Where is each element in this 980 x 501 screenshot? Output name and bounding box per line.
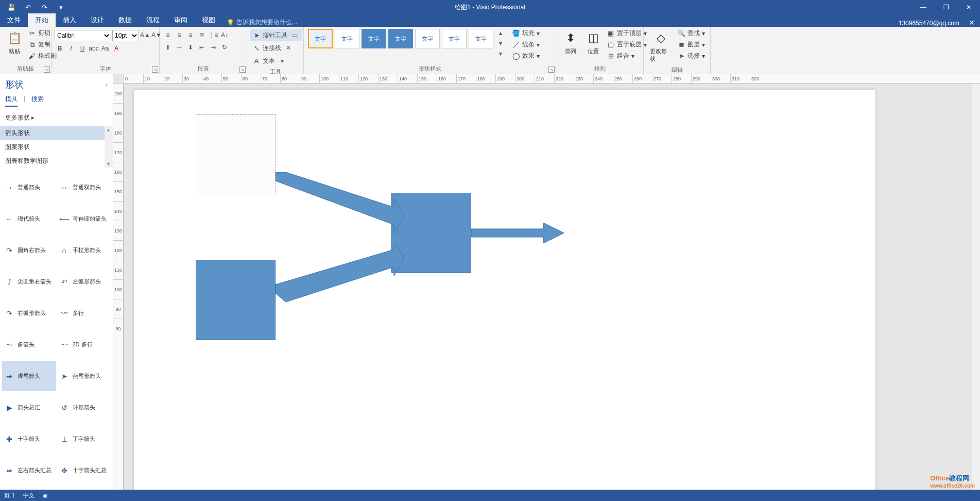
align-right-button[interactable]: ≡ (185, 30, 196, 40)
tab-view[interactable]: 视图 (195, 13, 222, 27)
grow-font-button[interactable]: A▲ (140, 30, 150, 40)
shape-item[interactable]: ←现代箭头 (2, 204, 56, 234)
record-macro-button[interactable]: ◉ (43, 492, 48, 499)
bullets-button[interactable]: ⋮≡ (208, 30, 218, 40)
indent-decrease-button[interactable]: ⇤ (197, 42, 207, 53)
tab-design[interactable]: 设计 (83, 13, 111, 27)
fill-button[interactable]: 🪣填充▾ (510, 28, 542, 39)
shape-item[interactable]: ⟵可伸缩的箭头 (57, 204, 111, 234)
drawing-page[interactable] (134, 90, 875, 490)
qat-more-button[interactable]: ▾ (54, 1, 68, 13)
position-button[interactable]: ◫位置 (582, 28, 605, 57)
text-tool-button[interactable]: A文本▾ (250, 55, 289, 67)
tab-process[interactable]: 流程 (139, 13, 167, 27)
arrow-shape-1[interactable] (276, 172, 404, 234)
rotate-text-button[interactable]: ↻ (219, 42, 230, 53)
search-tab[interactable]: 搜索 (31, 95, 44, 107)
shape-item[interactable]: ↷圆角右箭头 (2, 235, 56, 265)
font-name-select[interactable]: Calibri (55, 30, 111, 41)
clipboard-launcher[interactable]: ↘ (44, 66, 50, 73)
restore-button[interactable]: ❐ (935, 0, 957, 14)
shape-item-selected[interactable]: ➡虚尾箭头 (2, 361, 56, 391)
shape-item[interactable]: ⤳多箭头 (2, 329, 56, 360)
align-middle-button[interactable]: ↔ (174, 42, 184, 53)
font-size-select[interactable]: 10pt (112, 30, 139, 41)
align-center-button[interactable]: ≡ (174, 30, 184, 40)
collapse-panel-button[interactable]: ‹ (106, 81, 108, 88)
font-color-button[interactable]: A (111, 43, 122, 54)
font-launcher[interactable]: ↘ (152, 66, 158, 73)
stencil-tab[interactable]: 模具 (5, 95, 18, 107)
style-option-1[interactable]: 文字 (308, 29, 333, 48)
layers-button[interactable]: ≣图层▾ (675, 39, 707, 50)
align-top-button[interactable]: ⬆ (163, 42, 173, 53)
shape-item[interactable]: ↷右弧形箭头 (2, 298, 56, 328)
account-label[interactable]: 1309655470@qq.com (899, 20, 980, 27)
bring-front-button[interactable]: ▣置于顶层▾ (605, 28, 649, 39)
paragraph-launcher[interactable]: ↘ (239, 66, 246, 73)
shape-item[interactable]: ↶左弧形箭头 (57, 266, 111, 297)
pointer-tool-button[interactable]: ➤指针工具▭ (250, 29, 302, 41)
ribbon-close-button[interactable]: ✕ (969, 19, 975, 27)
more-shapes-button[interactable]: 更多形状 ▸ (0, 109, 113, 126)
tell-me-search[interactable]: 💡告诉我您想要做什么... (227, 18, 297, 27)
strike-button[interactable]: abc (89, 43, 99, 54)
gallery-more-button[interactable]: ▾ (495, 48, 506, 59)
shape-item[interactable]: ✚十字箭头 (2, 424, 56, 454)
justify-button[interactable]: ≣ (197, 30, 207, 40)
style-gallery[interactable]: 文字 文字 文字 文字 文字 文字 文字 ▴ ▾ ▾ (307, 28, 506, 59)
rectangle-tool-button[interactable]: ▭ (289, 30, 300, 40)
shape-item[interactable]: 〰多行 (57, 298, 111, 328)
connection-point-button[interactable]: ✕ (283, 43, 294, 53)
shape-item[interactable]: 〰2D 多行 (57, 329, 111, 360)
shape-item[interactable]: ➤燕尾形箭头 (57, 361, 111, 391)
change-shape-button[interactable]: ◇更改形状 (647, 28, 675, 65)
shape-item[interactable]: ⤴尖圆角右箭头 (2, 266, 56, 297)
tab-review[interactable]: 审阅 (167, 13, 195, 27)
shape-item[interactable]: ↔普通双箭头 (57, 172, 111, 203)
style-option-7[interactable]: 文字 (469, 29, 493, 48)
style-option-2[interactable]: 文字 (335, 29, 359, 48)
find-button[interactable]: 🔍查找▾ (675, 28, 707, 39)
tab-data[interactable]: 数据 (111, 13, 139, 27)
styles-launcher[interactable]: ↘ (548, 66, 555, 73)
shape-item[interactable]: ⊥丁字箭头 (57, 424, 111, 454)
close-button[interactable]: ✕ (957, 0, 980, 14)
group-button[interactable]: ⊞组合▾ (605, 51, 649, 61)
language-indicator[interactable]: 中文 (23, 492, 35, 499)
canvas-area[interactable]: 0102030405060708090100110120130140150160… (113, 74, 980, 490)
arrow-shape-3[interactable] (471, 223, 564, 243)
arrow-shape-2[interactable] (276, 244, 404, 306)
tab-insert[interactable]: 插入 (56, 13, 83, 27)
shape-item[interactable]: ▶箭头总汇 (2, 392, 56, 423)
redo-button[interactable]: ↷ (37, 1, 51, 13)
shape-item[interactable]: ⇔左右箭头汇总 (2, 455, 56, 486)
effects-button[interactable]: ◯效果▾ (510, 51, 542, 61)
indent-increase-button[interactable]: ⇥ (208, 42, 218, 53)
shape-item[interactable]: →普通箭头 (2, 172, 56, 203)
minimize-button[interactable]: — (912, 0, 935, 14)
page-indicator[interactable]: 页-1 (4, 492, 15, 499)
change-case-button[interactable]: Aa (100, 43, 110, 54)
style-option-4[interactable]: 文字 (388, 29, 413, 48)
text-more-button[interactable]: ▾ (277, 56, 287, 66)
tab-file[interactable]: 文件 (0, 13, 28, 27)
shape-item[interactable]: ✥十字箭头汇总 (57, 455, 111, 486)
send-back-button[interactable]: ▢置于底层▾ (605, 39, 649, 50)
connector-tool-button[interactable]: ⤡连接线✕ (250, 42, 296, 54)
line-button[interactable]: ／线条▾ (510, 39, 542, 50)
stencil-arrow[interactable]: 箭头形状 (0, 126, 113, 140)
paste-button[interactable]: 📋粘贴 (3, 28, 26, 57)
vertical-scrollbar[interactable] (972, 84, 980, 490)
arrange-button[interactable]: ⬍排列 (559, 28, 582, 57)
tab-home[interactable]: 开始 (28, 13, 56, 27)
select-button[interactable]: ➤选择▾ (675, 51, 707, 61)
undo-button[interactable]: ↶ (21, 1, 35, 13)
align-left-button[interactable]: ≡ (163, 30, 173, 40)
bold-button[interactable]: B (55, 43, 65, 54)
style-option-3[interactable]: 文字 (362, 29, 386, 48)
shape-square-1[interactable] (196, 260, 276, 340)
gallery-down-button[interactable]: ▾ (495, 38, 506, 48)
stencil-chart[interactable]: 图表和数学图形 (0, 154, 113, 168)
align-bottom-button[interactable]: ⬇ (185, 42, 196, 53)
